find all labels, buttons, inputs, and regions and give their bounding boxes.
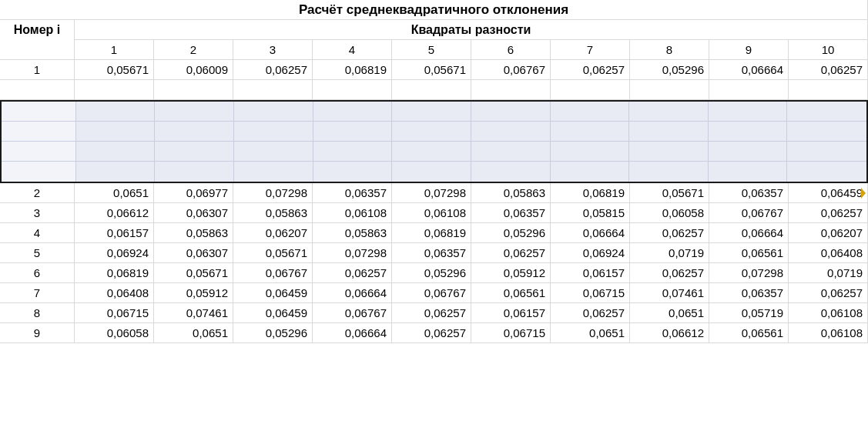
data-cell[interactable]: 0,05296 xyxy=(630,60,709,80)
selected-cell[interactable] xyxy=(2,102,76,122)
col-header[interactable]: 1 xyxy=(75,40,154,60)
data-cell[interactable]: 0,06924 xyxy=(75,243,154,263)
selected-cell[interactable] xyxy=(787,122,866,142)
selected-cell[interactable] xyxy=(392,142,471,162)
data-cell[interactable]: 0,07298 xyxy=(392,183,471,203)
data-cell[interactable]: 0,06257 xyxy=(789,60,868,80)
data-cell[interactable]: 0,06257 xyxy=(313,263,392,283)
data-cell[interactable]: 0,0651 xyxy=(551,323,630,343)
selected-cell[interactable] xyxy=(76,122,156,142)
data-cell[interactable]: 0,05671 xyxy=(75,60,154,80)
selected-cell[interactable] xyxy=(155,102,234,122)
data-cell[interactable]: 0,05671 xyxy=(233,243,313,263)
data-cell[interactable]: 0,05863 xyxy=(313,223,392,243)
data-cell[interactable]: 0,06058 xyxy=(630,203,709,223)
data-cell[interactable]: 0,0719 xyxy=(789,263,868,283)
selected-cell[interactable] xyxy=(787,102,866,122)
selected-cell[interactable] xyxy=(155,122,234,142)
empty-cell[interactable] xyxy=(313,80,392,100)
selected-cell[interactable] xyxy=(234,142,313,162)
data-cell[interactable]: 0,06357 xyxy=(709,183,789,203)
selected-cell[interactable] xyxy=(313,122,393,142)
data-cell[interactable]: 0,05863 xyxy=(471,183,551,203)
data-cell[interactable]: 0,07298 xyxy=(709,263,789,283)
selected-cell[interactable] xyxy=(2,162,76,182)
data-cell[interactable]: 0,05815 xyxy=(551,203,630,223)
data-cell[interactable]: 0,06819 xyxy=(392,223,471,243)
empty-cell[interactable] xyxy=(154,80,233,100)
data-cell[interactable]: 0,06009 xyxy=(154,60,233,80)
data-cell[interactable]: 0,06207 xyxy=(789,223,868,243)
data-cell[interactable]: 0,07461 xyxy=(154,303,233,323)
data-cell[interactable]: 0,06977 xyxy=(154,183,233,203)
empty-cell[interactable] xyxy=(789,80,868,100)
col-header[interactable]: 3 xyxy=(233,40,313,60)
data-cell[interactable]: 0,06459 xyxy=(789,183,868,203)
col-header[interactable]: 2 xyxy=(154,40,233,60)
selected-cell[interactable] xyxy=(709,122,788,142)
selected-cell[interactable] xyxy=(551,162,630,182)
selected-cell[interactable] xyxy=(787,162,866,182)
selected-cell[interactable] xyxy=(787,142,866,162)
data-cell[interactable]: 0,06561 xyxy=(709,243,789,263)
selected-cell[interactable] xyxy=(471,122,551,142)
data-cell[interactable]: 0,06767 xyxy=(471,60,551,80)
data-cell[interactable]: 0,06408 xyxy=(789,243,868,263)
selected-cell[interactable] xyxy=(629,122,709,142)
data-cell[interactable]: 0,06664 xyxy=(313,323,392,343)
data-cell[interactable]: 0,07298 xyxy=(233,183,313,203)
selected-cell[interactable] xyxy=(392,102,471,122)
data-cell[interactable]: 0,06819 xyxy=(551,183,630,203)
data-cell[interactable]: 0,05863 xyxy=(154,223,233,243)
data-cell[interactable]: 0,06715 xyxy=(75,303,154,323)
data-cell[interactable]: 0,05671 xyxy=(154,263,233,283)
selected-cell[interactable] xyxy=(709,162,788,182)
data-cell[interactable]: 0,06357 xyxy=(709,283,789,303)
data-cell[interactable]: 0,06561 xyxy=(709,323,789,343)
selected-cell[interactable] xyxy=(709,142,788,162)
data-cell[interactable]: 0,06257 xyxy=(630,263,709,283)
data-cell[interactable]: 0,06257 xyxy=(233,60,313,80)
col-header[interactable]: 10 xyxy=(789,40,868,60)
col-header[interactable]: 4 xyxy=(313,40,392,60)
data-cell[interactable]: 0,06924 xyxy=(551,243,630,263)
data-cell[interactable]: 0,06612 xyxy=(630,323,709,343)
data-cell[interactable]: 0,06157 xyxy=(551,263,630,283)
selected-cell[interactable] xyxy=(392,162,471,182)
selected-cell[interactable] xyxy=(313,142,393,162)
selected-cell[interactable] xyxy=(471,102,551,122)
empty-cell[interactable] xyxy=(709,80,789,100)
data-cell[interactable]: 0,06767 xyxy=(233,263,313,283)
data-cell[interactable]: 0,06108 xyxy=(789,323,868,343)
empty-cell[interactable] xyxy=(75,80,154,100)
data-cell[interactable]: 0,06357 xyxy=(392,243,471,263)
data-cell[interactable]: 0,06157 xyxy=(471,303,551,323)
selected-cell[interactable] xyxy=(392,122,471,142)
data-cell[interactable]: 0,06408 xyxy=(75,283,154,303)
empty-cell[interactable] xyxy=(471,80,551,100)
data-cell[interactable]: 0,06819 xyxy=(313,60,392,80)
data-cell[interactable]: 0,06108 xyxy=(392,203,471,223)
selected-cell[interactable] xyxy=(629,162,709,182)
col-header[interactable]: 6 xyxy=(471,40,551,60)
selected-cell[interactable] xyxy=(234,122,313,142)
data-cell[interactable]: 0,06767 xyxy=(392,283,471,303)
data-cell[interactable]: 0,06819 xyxy=(75,263,154,283)
data-cell[interactable]: 0,06664 xyxy=(709,60,789,80)
selected-cell[interactable] xyxy=(313,162,393,182)
data-cell[interactable]: 0,06357 xyxy=(471,203,551,223)
data-cell[interactable]: 0,06715 xyxy=(551,283,630,303)
selected-cell[interactable] xyxy=(471,162,551,182)
data-cell[interactable]: 0,05296 xyxy=(233,323,313,343)
selected-rows-region[interactable] xyxy=(0,100,868,183)
selected-cell[interactable] xyxy=(76,162,156,182)
data-cell[interactable]: 0,05671 xyxy=(630,183,709,203)
data-cell[interactable]: 0,06257 xyxy=(551,60,630,80)
spreadsheet-grid[interactable]: Расчёт среднеквадратичного отклонения Но… xyxy=(0,0,868,343)
data-cell[interactable]: 0,06715 xyxy=(471,323,551,343)
selected-cell[interactable] xyxy=(471,142,551,162)
selected-cell[interactable] xyxy=(551,122,630,142)
col-header[interactable]: 7 xyxy=(551,40,630,60)
empty-cell[interactable] xyxy=(233,80,313,100)
data-cell[interactable]: 0,05296 xyxy=(471,223,551,243)
